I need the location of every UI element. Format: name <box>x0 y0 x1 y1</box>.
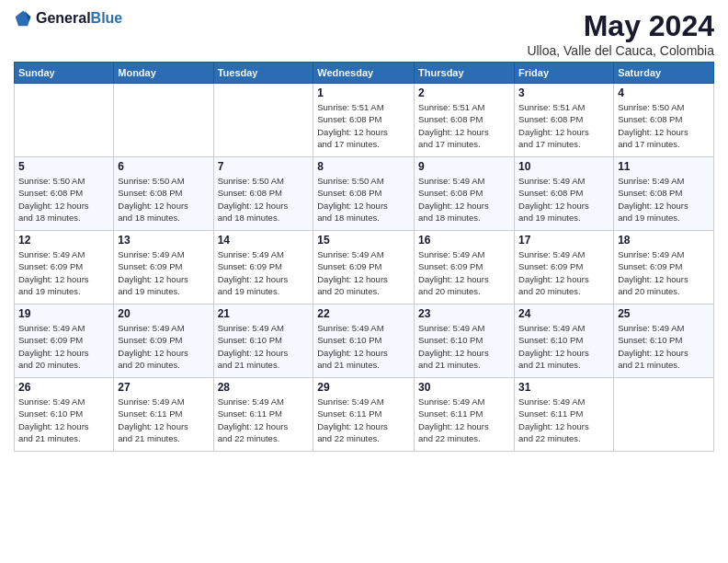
calendar-cell: 20Sunrise: 5:49 AM Sunset: 6:09 PM Dayli… <box>114 304 213 378</box>
header-friday: Friday <box>515 63 614 84</box>
day-info: Sunrise: 5:49 AM Sunset: 6:10 PM Dayligh… <box>418 322 510 371</box>
day-number: 10 <box>518 160 609 173</box>
day-info: Sunrise: 5:49 AM Sunset: 6:09 PM Dayligh… <box>18 322 109 371</box>
header-tuesday: Tuesday <box>213 63 313 84</box>
day-number: 23 <box>418 307 510 320</box>
calendar-cell: 27Sunrise: 5:49 AM Sunset: 6:11 PM Dayli… <box>114 378 213 452</box>
day-number: 13 <box>118 234 209 247</box>
calendar-cell: 23Sunrise: 5:49 AM Sunset: 6:10 PM Dayli… <box>415 304 515 378</box>
day-info: Sunrise: 5:49 AM Sunset: 6:09 PM Dayligh… <box>317 248 410 297</box>
day-number: 31 <box>518 381 609 394</box>
day-info: Sunrise: 5:50 AM Sunset: 6:08 PM Dayligh… <box>317 175 410 224</box>
calendar-cell <box>614 378 714 452</box>
day-info: Sunrise: 5:49 AM Sunset: 6:10 PM Dayligh… <box>18 396 109 444</box>
calendar-row-2: 12Sunrise: 5:49 AM Sunset: 6:09 PM Dayli… <box>15 231 714 304</box>
day-number: 20 <box>118 307 209 320</box>
header-row: Sunday Monday Tuesday Wednesday Thursday… <box>15 63 714 84</box>
day-info: Sunrise: 5:49 AM Sunset: 6:10 PM Dayligh… <box>218 322 310 371</box>
calendar-cell <box>15 84 114 157</box>
header-thursday: Thursday <box>415 63 515 84</box>
calendar-cell: 18Sunrise: 5:49 AM Sunset: 6:09 PM Dayli… <box>614 231 714 304</box>
day-info: Sunrise: 5:50 AM Sunset: 6:08 PM Dayligh… <box>118 175 209 224</box>
day-number: 16 <box>418 234 510 247</box>
logo-general: General <box>36 10 91 26</box>
calendar-header: Sunday Monday Tuesday Wednesday Thursday… <box>15 63 714 84</box>
day-number: 15 <box>317 234 410 247</box>
day-info: Sunrise: 5:51 AM Sunset: 6:08 PM Dayligh… <box>418 101 510 150</box>
day-number: 19 <box>18 307 109 320</box>
calendar-cell: 22Sunrise: 5:49 AM Sunset: 6:10 PM Dayli… <box>313 304 415 378</box>
calendar-cell: 4Sunrise: 5:50 AM Sunset: 6:08 PM Daylig… <box>614 84 714 157</box>
calendar-cell: 15Sunrise: 5:49 AM Sunset: 6:09 PM Dayli… <box>313 231 415 304</box>
calendar-row-3: 19Sunrise: 5:49 AM Sunset: 6:09 PM Dayli… <box>15 304 714 378</box>
calendar-cell: 26Sunrise: 5:49 AM Sunset: 6:10 PM Dayli… <box>15 378 114 452</box>
calendar-row-1: 5Sunrise: 5:50 AM Sunset: 6:08 PM Daylig… <box>15 157 714 231</box>
day-number: 5 <box>18 160 109 173</box>
calendar-cell: 10Sunrise: 5:49 AM Sunset: 6:08 PM Dayli… <box>515 157 614 231</box>
day-number: 21 <box>218 307 310 320</box>
day-info: Sunrise: 5:49 AM Sunset: 6:11 PM Dayligh… <box>118 396 209 444</box>
day-info: Sunrise: 5:49 AM Sunset: 6:09 PM Dayligh… <box>18 248 109 297</box>
day-number: 29 <box>317 381 410 394</box>
logo-blue: Blue <box>91 10 123 26</box>
day-number: 28 <box>218 381 310 394</box>
calendar-cell: 3Sunrise: 5:51 AM Sunset: 6:08 PM Daylig… <box>515 84 614 157</box>
logo: GeneralBlue <box>14 9 122 28</box>
header-monday: Monday <box>114 63 213 84</box>
day-info: Sunrise: 5:50 AM Sunset: 6:08 PM Dayligh… <box>218 175 310 224</box>
day-info: Sunrise: 5:51 AM Sunset: 6:08 PM Dayligh… <box>518 101 609 150</box>
day-info: Sunrise: 5:49 AM Sunset: 6:09 PM Dayligh… <box>118 322 209 371</box>
day-number: 11 <box>618 160 710 173</box>
subtitle: Ulloa, Valle del Cauca, Colombia <box>527 43 714 58</box>
day-number: 24 <box>518 307 609 320</box>
calendar-table: Sunday Monday Tuesday Wednesday Thursday… <box>14 62 714 452</box>
day-info: Sunrise: 5:49 AM Sunset: 6:09 PM Dayligh… <box>418 248 510 297</box>
day-number: 12 <box>18 234 109 247</box>
day-info: Sunrise: 5:49 AM Sunset: 6:09 PM Dayligh… <box>618 248 710 297</box>
day-info: Sunrise: 5:49 AM Sunset: 6:08 PM Dayligh… <box>518 175 609 224</box>
calendar-cell: 19Sunrise: 5:49 AM Sunset: 6:09 PM Dayli… <box>15 304 114 378</box>
day-info: Sunrise: 5:50 AM Sunset: 6:08 PM Dayligh… <box>618 101 710 150</box>
day-info: Sunrise: 5:49 AM Sunset: 6:08 PM Dayligh… <box>418 175 510 224</box>
calendar-cell: 2Sunrise: 5:51 AM Sunset: 6:08 PM Daylig… <box>415 84 515 157</box>
day-number: 9 <box>418 160 510 173</box>
day-number: 3 <box>518 86 609 99</box>
day-info: Sunrise: 5:49 AM Sunset: 6:11 PM Dayligh… <box>218 396 310 444</box>
header-saturday: Saturday <box>614 63 714 84</box>
calendar-cell <box>114 84 213 157</box>
calendar-cell: 1Sunrise: 5:51 AM Sunset: 6:08 PM Daylig… <box>313 84 415 157</box>
day-number: 8 <box>317 160 410 173</box>
day-info: Sunrise: 5:49 AM Sunset: 6:11 PM Dayligh… <box>418 396 510 444</box>
page-container: GeneralBlue May 2024 Ulloa, Valle del Ca… <box>0 0 728 563</box>
day-info: Sunrise: 5:49 AM Sunset: 6:09 PM Dayligh… <box>118 248 209 297</box>
header-wednesday: Wednesday <box>313 63 415 84</box>
day-number: 14 <box>218 234 310 247</box>
calendar-cell: 11Sunrise: 5:49 AM Sunset: 6:08 PM Dayli… <box>614 157 714 231</box>
calendar-cell: 29Sunrise: 5:49 AM Sunset: 6:11 PM Dayli… <box>313 378 415 452</box>
calendar-cell: 30Sunrise: 5:49 AM Sunset: 6:11 PM Dayli… <box>415 378 515 452</box>
title-block: May 2024 Ulloa, Valle del Cauca, Colombi… <box>527 9 714 58</box>
header: GeneralBlue May 2024 Ulloa, Valle del Ca… <box>14 9 714 58</box>
day-number: 22 <box>317 307 410 320</box>
day-info: Sunrise: 5:49 AM Sunset: 6:08 PM Dayligh… <box>618 175 710 224</box>
day-info: Sunrise: 5:49 AM Sunset: 6:11 PM Dayligh… <box>317 396 410 444</box>
day-number: 1 <box>317 86 410 99</box>
day-info: Sunrise: 5:49 AM Sunset: 6:11 PM Dayligh… <box>518 396 609 444</box>
day-info: Sunrise: 5:49 AM Sunset: 6:10 PM Dayligh… <box>317 322 410 371</box>
calendar-cell <box>213 84 313 157</box>
day-info: Sunrise: 5:50 AM Sunset: 6:08 PM Dayligh… <box>18 175 109 224</box>
calendar-body: 1Sunrise: 5:51 AM Sunset: 6:08 PM Daylig… <box>15 84 714 452</box>
day-number: 30 <box>418 381 510 394</box>
day-info: Sunrise: 5:49 AM Sunset: 6:10 PM Dayligh… <box>618 322 710 371</box>
calendar-cell: 9Sunrise: 5:49 AM Sunset: 6:08 PM Daylig… <box>415 157 515 231</box>
header-sunday: Sunday <box>15 63 114 84</box>
day-number: 7 <box>218 160 310 173</box>
calendar-cell: 16Sunrise: 5:49 AM Sunset: 6:09 PM Dayli… <box>415 231 515 304</box>
day-number: 18 <box>618 234 710 247</box>
calendar-cell: 14Sunrise: 5:49 AM Sunset: 6:09 PM Dayli… <box>213 231 313 304</box>
main-title: May 2024 <box>527 9 714 43</box>
calendar-cell: 25Sunrise: 5:49 AM Sunset: 6:10 PM Dayli… <box>614 304 714 378</box>
calendar-cell: 21Sunrise: 5:49 AM Sunset: 6:10 PM Dayli… <box>213 304 313 378</box>
day-info: Sunrise: 5:49 AM Sunset: 6:10 PM Dayligh… <box>518 322 609 371</box>
calendar-cell: 28Sunrise: 5:49 AM Sunset: 6:11 PM Dayli… <box>213 378 313 452</box>
